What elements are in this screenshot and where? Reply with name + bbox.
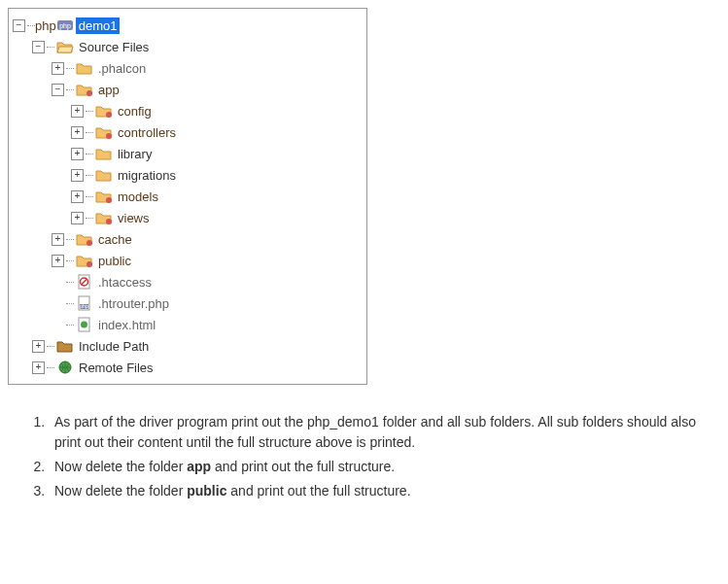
tree-line [52, 297, 66, 310]
tree-node-label[interactable]: .htrouter.php [95, 295, 172, 312]
tree-node-htrouter[interactable]: php.htrouter.php [13, 292, 363, 314]
expand-icon[interactable]: + [71, 105, 84, 118]
svg-text:php: php [59, 22, 71, 30]
expand-icon[interactable]: + [52, 62, 64, 75]
tree-node-app[interactable]: −app [13, 79, 363, 100]
tree-indent [52, 164, 71, 186]
collapse-icon[interactable]: − [52, 84, 64, 96]
tree-node-label[interactable]: .phalcon [95, 60, 149, 77]
tree-connector [66, 68, 74, 69]
tree-node-library[interactable]: +library [13, 143, 363, 164]
tree-node-htaccess[interactable]: .htaccess [13, 271, 363, 292]
instruction-item-2: Now delete the folder app and print out … [49, 457, 701, 477]
tree-indent [13, 186, 32, 207]
tree-indent [32, 79, 52, 100]
file-tree-panel: −phpphpdemo1−Source Files+.phalcon−app+c… [8, 8, 367, 385]
expand-icon[interactable]: + [71, 148, 84, 160]
svg-point-6 [106, 219, 112, 224]
tree-indent [52, 207, 71, 228]
tree-indent [13, 36, 32, 57]
tree-indent [32, 207, 52, 228]
tree-connector [66, 303, 74, 304]
folder-open-icon [56, 39, 74, 54]
expand-icon[interactable]: + [71, 126, 84, 139]
tree-node-label[interactable]: library [115, 146, 155, 162]
tree-node-config[interactable]: +config [13, 100, 363, 121]
svg-point-2 [87, 90, 92, 96]
folder-badge-icon [76, 231, 93, 247]
tree-connector [66, 325, 74, 326]
svg-point-16 [81, 322, 87, 328]
instruction-1-text: As part of the driver program print out … [54, 414, 696, 450]
tree-node-phalcon[interactable]: +.phalcon [13, 57, 363, 79]
tree-indent [13, 79, 32, 100]
collapse-icon[interactable]: − [13, 19, 25, 32]
tree-node-label[interactable]: demo1 [76, 17, 121, 34]
folder-badge-icon [76, 82, 93, 97]
tree-indent [13, 207, 32, 228]
php-icon: php [56, 17, 74, 33]
tree-indent [32, 121, 52, 143]
expand-icon[interactable]: + [71, 190, 84, 203]
expand-icon[interactable]: + [71, 212, 84, 224]
expand-icon[interactable]: + [71, 169, 84, 182]
svg-point-3 [106, 112, 112, 118]
file-block-icon [76, 274, 93, 290]
tree-connector [66, 89, 74, 90]
tree-connector [86, 154, 93, 155]
tree-line [52, 276, 66, 289]
folder-dark-icon [56, 338, 74, 354]
tree-node-indexhtml[interactable]: index.html [13, 314, 363, 335]
tree-node-label[interactable]: public [95, 253, 134, 269]
collapse-icon[interactable]: − [32, 41, 45, 53]
tree-connector [66, 260, 74, 261]
tree-indent [32, 292, 52, 314]
file-php-icon: php [76, 295, 93, 311]
tree-node-label[interactable]: Include Path [76, 338, 152, 355]
folder-badge-icon [95, 189, 113, 204]
expand-icon[interactable]: + [52, 255, 64, 267]
tree-node-label[interactable]: models [115, 189, 161, 205]
tree-node-label[interactable]: .htaccess [95, 274, 155, 291]
folder-icon [95, 167, 113, 183]
tree-node-models[interactable]: +models [13, 186, 363, 207]
tree-node-migrations[interactable]: +migrations [13, 164, 363, 186]
tree-node-label[interactable]: migrations [115, 167, 179, 184]
tree-indent [32, 314, 52, 335]
tree-node-remote[interactable]: +Remote Files [13, 357, 363, 378]
tree-node-label[interactable]: views [115, 210, 153, 226]
tree-node-label[interactable]: cache [95, 231, 135, 248]
tree-node-label[interactable]: index.html [95, 317, 158, 333]
tree-node-include[interactable]: +Include Path [13, 335, 363, 357]
root-prefix-label: php [35, 18, 56, 33]
instruction-3-text-a: Now delete the folder [54, 483, 187, 498]
tree-node-cache[interactable]: +cache [13, 228, 363, 250]
tree-node-root[interactable]: −phpphpdemo1 [13, 15, 363, 36]
tree-indent [52, 186, 71, 207]
tree-indent [32, 186, 52, 207]
tree-node-label[interactable]: app [95, 82, 122, 98]
tree-indent [13, 292, 32, 314]
tree-indent [32, 100, 52, 121]
tree-node-controllers[interactable]: +controllers [13, 121, 363, 143]
expand-icon[interactable]: + [32, 340, 45, 353]
instruction-item-3: Now delete the folder public and print o… [49, 481, 701, 501]
svg-point-7 [87, 240, 92, 246]
svg-point-5 [106, 197, 112, 203]
tree-node-label[interactable]: Source Files [76, 39, 152, 55]
svg-point-8 [87, 261, 92, 267]
tree-node-label[interactable]: controllers [115, 124, 179, 141]
tree-node-public[interactable]: +public [13, 250, 363, 271]
tree-node-label[interactable]: Remote Files [76, 360, 156, 376]
tree-indent [32, 228, 52, 250]
folder-badge-icon [95, 103, 113, 119]
expand-icon[interactable]: + [52, 233, 64, 246]
tree-indent [13, 57, 32, 79]
expand-icon[interactable]: + [32, 361, 45, 374]
tree-node-views[interactable]: +views [13, 207, 363, 228]
tree-indent [52, 121, 71, 143]
tree-node-label[interactable]: config [115, 103, 155, 120]
tree-indent [32, 164, 52, 186]
instructions-block: As part of the driver program print out … [8, 412, 720, 501]
tree-node-src[interactable]: −Source Files [13, 36, 363, 57]
